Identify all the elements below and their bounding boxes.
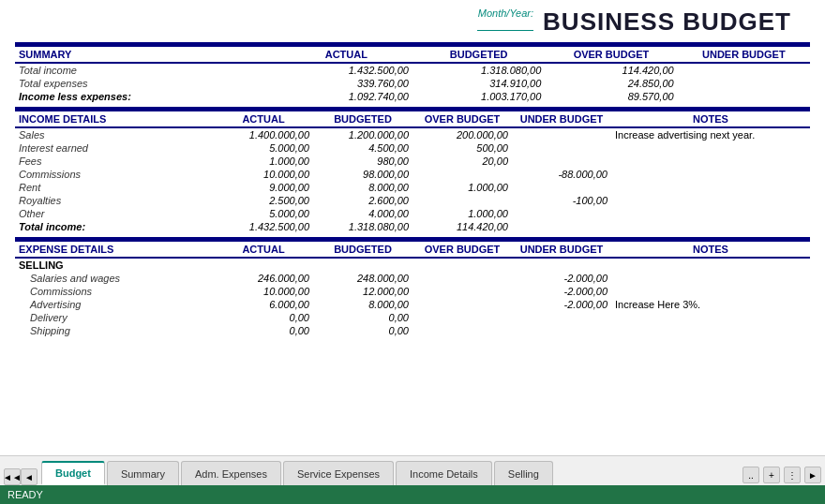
- row-label: Income less expenses:: [15, 90, 280, 103]
- row-actual: 0,00: [214, 324, 313, 337]
- row-budgeted: 980,00: [313, 155, 412, 168]
- month-year-input[interactable]: [477, 19, 533, 31]
- income-row: Total income: 1.432.500,00 1.318.080,00 …: [15, 220, 810, 233]
- row-budgeted: 8.000,00: [313, 298, 412, 311]
- expense-col-actual: ACTUAL: [214, 242, 313, 258]
- tab-adm.-expenses[interactable]: Adm. Expenses: [181, 461, 281, 485]
- tabs-nav-right[interactable]: ►: [804, 467, 821, 483]
- business-budget-title: BUSINESS BUDGET: [543, 7, 791, 37]
- row-under: [512, 155, 611, 168]
- tab-selling[interactable]: Selling: [494, 461, 553, 485]
- row-label: Advertising: [15, 298, 214, 311]
- row-notes: Increase advertising next year.: [611, 127, 810, 141]
- row-under: [512, 220, 611, 233]
- row-notes: [611, 220, 810, 233]
- tabs-nav-dots[interactable]: ..: [742, 467, 759, 483]
- row-label: Delivery: [15, 311, 214, 324]
- row-over: 114.420,00: [412, 220, 512, 233]
- row-under: [512, 311, 611, 324]
- income-row: Sales 1.400.000,00 1.200.000,00 200.000,…: [15, 127, 810, 141]
- row-over: 1.000,00: [412, 181, 512, 194]
- row-actual: 1.092.740,00: [280, 90, 412, 103]
- tabs-nav-menu[interactable]: ⋮: [784, 467, 801, 483]
- row-actual: 1.000,00: [214, 155, 313, 168]
- row-under: [512, 181, 611, 194]
- row-label: Salaries and wages: [15, 272, 214, 285]
- row-under: -2.000,00: [512, 272, 611, 285]
- row-notes: [611, 194, 810, 207]
- row-label: Total income: [15, 63, 280, 77]
- row-over: [412, 194, 512, 207]
- summary-col-budgeted: BUDGETED: [412, 47, 545, 63]
- row-notes: [611, 155, 810, 168]
- row-notes: Increase Here 3%.: [611, 298, 810, 311]
- expense-col-notes: NOTES: [611, 242, 810, 258]
- status-bar: READY: [0, 485, 825, 504]
- row-over: [412, 311, 512, 324]
- row-actual: 5.000,00: [214, 207, 313, 220]
- row-notes: [611, 181, 810, 194]
- row-budgeted: 98.000,00: [313, 168, 412, 181]
- row-actual: 9.000,00: [214, 181, 313, 194]
- row-notes: [611, 207, 810, 220]
- expense-row: Commissions 10.000,00 12.000,00 -2.000,0…: [15, 285, 810, 298]
- row-label: Fees: [15, 155, 214, 168]
- income-row: Interest earned 5.000,00 4.500,00 500,00: [15, 141, 810, 155]
- row-actual: 246.000,00: [214, 272, 313, 285]
- tab-summary[interactable]: Summary: [107, 461, 179, 485]
- expense-details-table: EXPENSE DETAILS ACTUAL BUDGETED OVER BUD…: [15, 237, 810, 337]
- row-over: [412, 324, 512, 337]
- income-col-budgeted: BUDGETED: [313, 111, 412, 127]
- tabs-nav-prev[interactable]: ◄: [21, 468, 38, 485]
- row-actual: 10.000,00: [214, 168, 313, 181]
- summary-table: SUMMARY ACTUAL BUDGETED OVER BUDGET UNDE…: [15, 42, 810, 103]
- summary-header: SUMMARY: [15, 47, 280, 63]
- selling-header-row: SELLING: [15, 258, 810, 272]
- row-label: Commissions: [15, 168, 214, 181]
- income-row: Fees 1.000,00 980,00 20,00: [15, 155, 810, 168]
- income-row: Royalties 2.500,00 2.600,00 -100,00: [15, 194, 810, 207]
- row-budgeted: 0,00: [313, 324, 412, 337]
- row-label: Total income:: [15, 220, 214, 233]
- row-budgeted: 314.910,00: [412, 77, 545, 90]
- row-budgeted: 12.000,00: [313, 285, 412, 298]
- expense-col-over: OVER BUDGET: [412, 242, 512, 258]
- row-label: Commissions: [15, 285, 214, 298]
- tabs-nav-add[interactable]: +: [763, 467, 780, 483]
- row-under: [512, 141, 611, 155]
- row-under: [512, 207, 611, 220]
- row-label: Rent: [15, 181, 214, 194]
- row-budgeted: 8.000,00: [313, 181, 412, 194]
- row-budgeted: 0,00: [313, 311, 412, 324]
- row-actual: 5.000,00: [214, 141, 313, 155]
- row-actual: 339.760,00: [280, 77, 412, 90]
- row-over: [412, 272, 512, 285]
- row-label: Sales: [15, 127, 214, 141]
- expense-col-budgeted: BUDGETED: [313, 242, 412, 258]
- summary-col-over: OVER BUDGET: [545, 47, 677, 63]
- tab-income-details[interactable]: Income Details: [396, 461, 492, 485]
- summary-row: Total income 1.432.500,00 1.318.080,00 1…: [15, 63, 810, 77]
- tabs-bar: ◄◄ ◄ BudgetSummaryAdm. ExpensesService E…: [0, 455, 825, 485]
- row-actual: 6.000,00: [214, 298, 313, 311]
- row-under: -2.000,00: [512, 298, 611, 311]
- income-header: INCOME DETAILS: [15, 111, 214, 127]
- expense-col-under: UNDER BUDGET: [512, 242, 611, 258]
- tabs-nav-prev-prev[interactable]: ◄◄: [4, 468, 21, 485]
- row-label: Other: [15, 207, 214, 220]
- row-over: 89.570,00: [545, 90, 677, 103]
- row-notes: [611, 324, 810, 337]
- row-label: Interest earned: [15, 141, 214, 155]
- row-under: -2.000,00: [512, 285, 611, 298]
- tab-service-expenses[interactable]: Service Expenses: [283, 461, 394, 485]
- tab-budget[interactable]: Budget: [41, 461, 105, 485]
- row-actual: 0,00: [214, 311, 313, 324]
- income-row: Other 5.000,00 4.000,00 1.000,00: [15, 207, 810, 220]
- expense-header: EXPENSE DETAILS: [15, 242, 214, 258]
- status-text: READY: [8, 489, 43, 500]
- row-actual: 2.500,00: [214, 194, 313, 207]
- row-notes: [611, 272, 810, 285]
- month-year-area: Month/Year:: [477, 7, 533, 31]
- row-budgeted: 1.318.080,00: [313, 220, 412, 233]
- row-actual: 1.432.500,00: [214, 220, 313, 233]
